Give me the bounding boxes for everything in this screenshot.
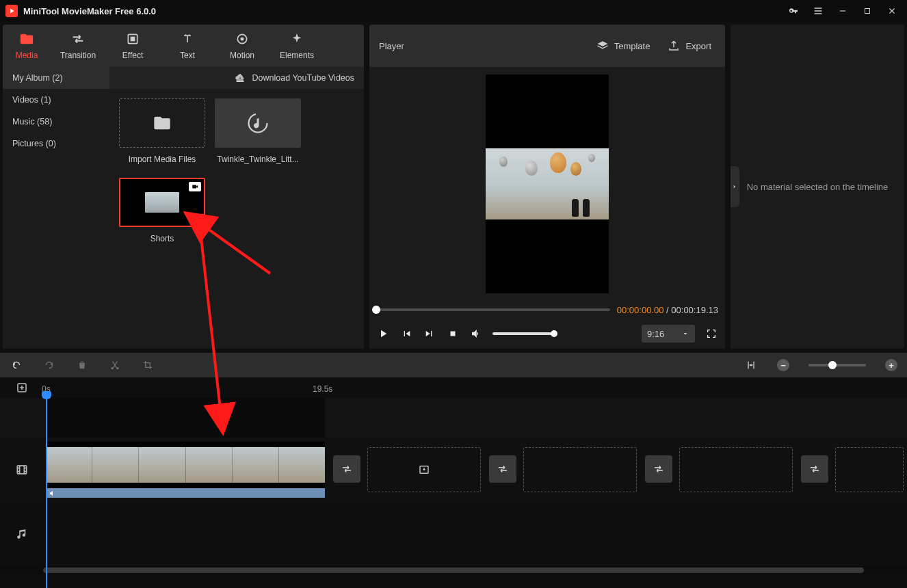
audio-lane[interactable] bbox=[43, 502, 907, 566]
sidebar-item-pictures[interactable]: Pictures (0) bbox=[3, 133, 109, 155]
stop-button[interactable] bbox=[446, 327, 460, 340]
delete-button[interactable] bbox=[75, 358, 89, 372]
svg-rect-2 bbox=[131, 37, 135, 42]
transition-slot-2[interactable] bbox=[489, 455, 516, 483]
top-tabs: Media Transition Effect Text Motion Elem… bbox=[3, 25, 364, 67]
media-sidebar: My Album (2) Videos (1) Music (58) Pictu… bbox=[3, 67, 109, 349]
import-thumb[interactable] bbox=[119, 98, 205, 148]
transition-slot-1[interactable] bbox=[333, 455, 360, 483]
sidebar-item-music[interactable]: Music (58) bbox=[3, 111, 109, 133]
add-track-button[interactable] bbox=[0, 377, 43, 398]
media-toolbar: Download YouTube Videos bbox=[109, 67, 364, 89]
svg-rect-0 bbox=[865, 9, 870, 14]
player-controls: 9:16 bbox=[369, 319, 725, 349]
transition-slot-3[interactable] bbox=[645, 455, 672, 483]
tab-effect[interactable]: Effect bbox=[105, 25, 160, 67]
tab-text[interactable]: Text bbox=[160, 25, 215, 67]
sidebar-item-videos[interactable]: Videos (1) bbox=[3, 89, 109, 111]
media-card-audio[interactable]: Twinkle_Twinkle_Litt... bbox=[215, 98, 301, 164]
import-media-card[interactable]: Import Media Files bbox=[119, 98, 205, 164]
empty-clip-slot-4[interactable] bbox=[835, 447, 904, 492]
tab-elements[interactable]: Elements bbox=[270, 25, 324, 67]
overlay-track-head bbox=[0, 398, 43, 438]
seek-bar[interactable] bbox=[376, 308, 610, 311]
app-title: MiniTool MovieMaker Free 6.0.0 bbox=[23, 6, 156, 16]
zoom-out-button[interactable]: − bbox=[777, 359, 789, 371]
aspect-ratio-select[interactable]: 9:16 bbox=[642, 325, 695, 343]
export-icon bbox=[668, 40, 680, 52]
clip-audio-strip bbox=[46, 488, 325, 498]
tab-media[interactable]: Media bbox=[3, 25, 51, 67]
volume-icon[interactable] bbox=[469, 327, 483, 340]
download-youtube-link[interactable]: Download YouTube Videos bbox=[252, 73, 354, 83]
video-track-head bbox=[0, 438, 43, 502]
layers-icon bbox=[596, 40, 609, 52]
zoom-thumb[interactable] bbox=[828, 361, 837, 369]
timeline-ruler[interactable]: 0s 19.5s bbox=[43, 377, 907, 398]
ruler-label-1: 19.5s bbox=[313, 384, 332, 394]
app-logo bbox=[5, 5, 18, 17]
empty-clip-slot-3[interactable] bbox=[679, 447, 793, 492]
video-badge-icon bbox=[189, 182, 201, 191]
svg-rect-8 bbox=[451, 332, 456, 336]
fit-timeline-button[interactable] bbox=[744, 358, 758, 372]
add-to-timeline-button[interactable] bbox=[192, 214, 206, 228]
audio-label: Twinkle_Twinkle_Litt... bbox=[215, 155, 301, 164]
vip-key-icon[interactable] bbox=[784, 1, 803, 21]
timeline: 0s 19.5s bbox=[0, 377, 907, 588]
title-bar: MiniTool MovieMaker Free 6.0.0 bbox=[0, 0, 907, 22]
import-label: Import Media Files bbox=[119, 155, 205, 164]
video-label: Shorts bbox=[119, 234, 205, 243]
media-panel: Media Transition Effect Text Motion Elem… bbox=[3, 25, 364, 349]
folder-icon bbox=[19, 31, 34, 46]
overlay-lane[interactable] bbox=[43, 398, 907, 438]
volume-thumb[interactable] bbox=[551, 330, 557, 337]
hamburger-menu-icon[interactable] bbox=[809, 1, 828, 21]
empty-clip-slot-2[interactable] bbox=[523, 447, 637, 492]
audio-thumb[interactable] bbox=[215, 98, 301, 148]
zoom-in-button[interactable]: + bbox=[885, 359, 897, 371]
timeline-clip-shorts[interactable] bbox=[46, 442, 325, 498]
svg-point-9 bbox=[111, 367, 113, 369]
fullscreen-button[interactable] bbox=[705, 327, 718, 340]
export-button[interactable]: Export bbox=[663, 37, 715, 55]
film-icon bbox=[15, 463, 29, 477]
tab-transition[interactable]: Transition bbox=[51, 25, 105, 67]
volume-slider[interactable] bbox=[492, 332, 554, 335]
transition-slot-4[interactable] bbox=[801, 455, 828, 483]
inspector-expand-handle[interactable] bbox=[731, 166, 739, 207]
timecode: 00:00:00.00 / 00:00:19.13 bbox=[617, 305, 718, 315]
chevron-down-icon bbox=[681, 330, 689, 338]
time-current: 00:00:00.00 bbox=[617, 305, 664, 315]
inspector-panel: No material selected on the timeline bbox=[731, 25, 904, 349]
window-close-button[interactable] bbox=[882, 1, 902, 21]
empty-clip-slot-1[interactable] bbox=[367, 447, 481, 492]
media-grid: Import Media Files Twinkle_Twinkle_Litt.… bbox=[109, 89, 364, 349]
audio-track-head bbox=[0, 502, 43, 566]
template-button[interactable]: Template bbox=[592, 37, 655, 55]
split-button[interactable] bbox=[108, 358, 122, 372]
undo-button[interactable] bbox=[10, 358, 23, 372]
crop-button[interactable] bbox=[141, 358, 155, 372]
music-note-icon bbox=[246, 111, 270, 135]
window-maximize-button[interactable] bbox=[858, 1, 877, 21]
seek-thumb[interactable] bbox=[372, 306, 380, 314]
player-stage[interactable] bbox=[369, 67, 725, 301]
timeline-scrollbar[interactable] bbox=[0, 566, 907, 574]
tab-motion[interactable]: Motion bbox=[215, 25, 270, 67]
player-header: Player Template Export bbox=[369, 25, 725, 67]
redo-button[interactable] bbox=[42, 358, 56, 372]
svg-rect-12 bbox=[17, 466, 26, 474]
prev-frame-button[interactable] bbox=[399, 327, 413, 340]
media-card-video-shorts[interactable]: Shorts bbox=[119, 178, 205, 243]
svg-point-3 bbox=[241, 38, 244, 41]
next-frame-button[interactable] bbox=[423, 327, 436, 340]
video-lane[interactable] bbox=[43, 438, 907, 502]
player-canvas bbox=[486, 75, 609, 293]
play-button[interactable] bbox=[376, 327, 390, 340]
player-title: Player bbox=[379, 41, 583, 51]
zoom-slider[interactable] bbox=[809, 364, 866, 366]
sidebar-item-my-album[interactable]: My Album (2) bbox=[3, 67, 109, 89]
window-minimize-button[interactable] bbox=[833, 1, 852, 21]
video-thumb[interactable] bbox=[119, 178, 205, 227]
